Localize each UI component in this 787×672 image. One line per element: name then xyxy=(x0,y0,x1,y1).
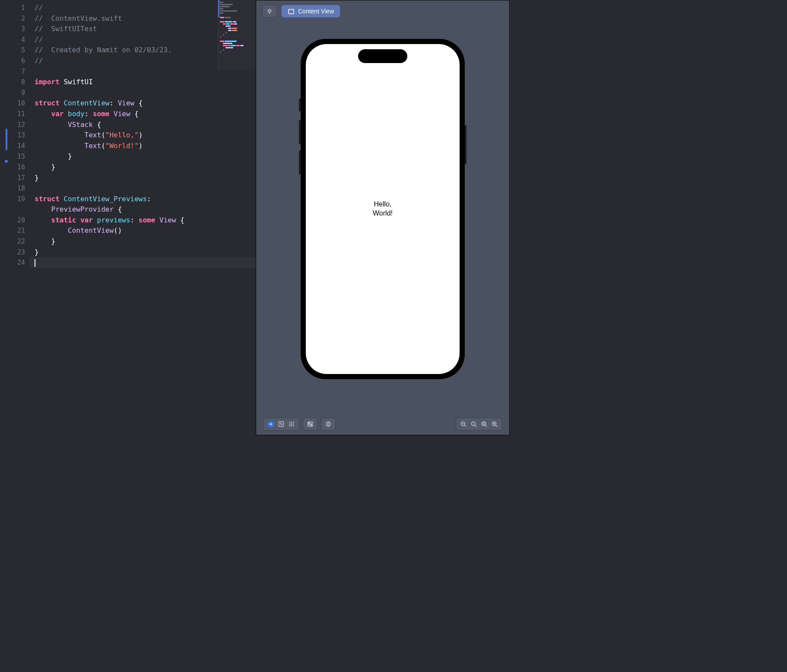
code-line[interactable]: struct ContentView: View { xyxy=(29,98,256,109)
variants-button[interactable] xyxy=(289,421,295,427)
svg-rect-26 xyxy=(483,423,485,425)
svg-line-19 xyxy=(465,425,466,427)
zoom-fit-button[interactable] xyxy=(481,421,487,427)
code-line[interactable] xyxy=(29,183,256,194)
zoom-fit-icon xyxy=(481,421,487,427)
device-settings-button[interactable] xyxy=(303,418,317,431)
line-number: 23 xyxy=(0,247,29,258)
code-line[interactable]: import SwiftUI xyxy=(29,77,256,88)
zoom-actual-button[interactable]: 1 xyxy=(471,421,477,427)
svg-point-24 xyxy=(482,422,486,426)
line-number: 22 xyxy=(0,236,29,247)
preview-controls-group xyxy=(263,418,299,431)
code-line[interactable]: ContentView() xyxy=(29,225,256,236)
line-number: 6 xyxy=(0,56,29,67)
minimap-content xyxy=(218,0,256,55)
line-number: 7 xyxy=(0,67,29,77)
svg-point-11 xyxy=(293,425,294,427)
zoom-out-button[interactable] xyxy=(460,421,466,427)
preview-target-button[interactable]: Content View xyxy=(281,5,340,18)
line-number xyxy=(0,204,29,215)
pin-preview-button[interactable] xyxy=(262,5,277,18)
preview-target-label: Content View xyxy=(298,8,334,15)
code-line[interactable] xyxy=(29,88,256,98)
zoom-in-button[interactable] xyxy=(492,421,498,427)
line-number: 19 xyxy=(0,194,29,205)
line-number: 3 xyxy=(0,24,29,35)
line-gutter: 123456789101112131415161718192021222324 xyxy=(0,0,29,435)
iphone-mute-switch xyxy=(299,98,301,111)
line-number: 5 xyxy=(0,45,29,56)
line-number: 15 xyxy=(0,151,29,162)
line-number: 14 xyxy=(0,141,29,152)
minimap[interactable] xyxy=(218,0,256,69)
code-line[interactable]: struct ContentView_Previews: xyxy=(29,194,256,205)
svg-point-6 xyxy=(289,424,291,425)
preview-toolbar: Content View xyxy=(256,0,509,22)
code-editor-pane: 123456789101112131415161718192021222324 … xyxy=(0,0,256,435)
svg-point-8 xyxy=(293,424,294,425)
svg-point-16 xyxy=(326,422,331,427)
code-line[interactable]: Text("Hello,") xyxy=(29,130,256,141)
zoom-out-icon xyxy=(460,421,466,427)
line-number: 13 xyxy=(0,130,29,141)
code-line[interactable]: var body: some View { xyxy=(29,109,256,120)
iphone-device-frame: Hello, World! xyxy=(301,39,465,379)
line-number: 12 xyxy=(0,120,29,130)
svg-point-5 xyxy=(293,422,294,423)
iphone-screen[interactable]: Hello, World! xyxy=(306,44,460,374)
svg-rect-17 xyxy=(328,423,329,425)
preview-canvas[interactable]: Hello, World! xyxy=(256,22,509,413)
code-line[interactable]: Text("World!") xyxy=(29,141,256,152)
line-number: 11 xyxy=(0,109,29,120)
zoom-actual-icon: 1 xyxy=(471,421,477,427)
code-line[interactable]: } xyxy=(29,162,256,173)
line-number: 21 xyxy=(0,225,29,236)
iphone-power-button xyxy=(465,125,466,164)
code-line[interactable]: } xyxy=(29,173,256,184)
selectable-preview-button[interactable] xyxy=(278,421,284,427)
svg-line-22 xyxy=(475,425,477,427)
line-number: 18 xyxy=(0,183,29,194)
device-circle-icon xyxy=(325,421,331,427)
preview-on-device-button[interactable] xyxy=(321,418,336,431)
svg-point-15 xyxy=(311,425,312,426)
svg-rect-0 xyxy=(289,10,294,14)
svg-point-13 xyxy=(308,422,309,423)
preview-canvas-pane: Content View Hello, World! xyxy=(256,0,510,435)
iphone-volume-down xyxy=(299,150,301,174)
warning-dot[interactable] xyxy=(5,160,8,163)
code-line[interactable]: PreviewProvider { xyxy=(29,204,256,215)
live-preview-button[interactable] xyxy=(268,421,274,427)
text-world: World! xyxy=(373,209,393,218)
svg-text:1: 1 xyxy=(473,422,474,425)
line-number: 10 xyxy=(0,98,29,109)
code-line[interactable] xyxy=(29,257,256,268)
code-line[interactable]: static var previews: some View { xyxy=(29,215,256,226)
text-hello: Hello, xyxy=(373,200,393,209)
view-icon xyxy=(288,8,295,14)
svg-point-10 xyxy=(291,425,292,427)
play-icon xyxy=(268,421,274,427)
line-number: 2 xyxy=(0,13,29,24)
svg-point-7 xyxy=(291,424,292,425)
dynamic-island xyxy=(358,49,407,63)
code-line[interactable]: } xyxy=(29,151,256,162)
code-line[interactable]: } xyxy=(29,236,256,247)
minimap-viewport-indicator xyxy=(218,0,219,17)
svg-line-28 xyxy=(496,425,498,427)
code-line[interactable]: VStack { xyxy=(29,120,256,130)
line-number: 9 xyxy=(0,88,29,98)
line-number: 8 xyxy=(0,77,29,88)
iphone-volume-up xyxy=(299,120,301,144)
line-number: 24 xyxy=(0,257,29,268)
code-line[interactable]: } xyxy=(29,247,256,258)
preview-bottom-toolbar: 1 xyxy=(256,413,509,435)
line-number: 16 xyxy=(0,162,29,173)
line-number: 4 xyxy=(0,35,29,45)
svg-point-4 xyxy=(291,422,292,423)
svg-point-3 xyxy=(289,422,291,423)
zoom-controls-group: 1 xyxy=(456,418,502,431)
zoom-in-icon xyxy=(492,421,498,427)
pin-icon xyxy=(267,8,273,14)
